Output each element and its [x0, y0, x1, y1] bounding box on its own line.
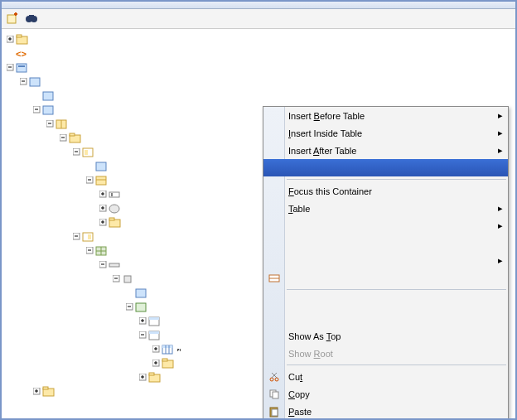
- svg-rect-113: [272, 409, 278, 416]
- svg-rect-77: [149, 317, 159, 320]
- submenu-arrow-icon: ▸: [498, 255, 503, 266]
- menu-rebind[interactable]: [263, 269, 508, 287]
- tree-row-afmessages[interactable]: [31, 89, 515, 103]
- rebind-icon: [267, 273, 282, 284]
- collapse-icon[interactable]: [85, 246, 94, 256]
- expand-icon[interactable]: [31, 387, 41, 397]
- submenu-arrow-icon: ▸: [498, 203, 503, 214]
- svg-rect-69: [136, 289, 146, 297]
- menu-expand-all[interactable]: [263, 292, 508, 310]
- svg-rect-18: [30, 78, 40, 86]
- form-icon: [95, 174, 109, 187]
- menu-hide-component[interactable]: [263, 234, 508, 252]
- menu-cut[interactable]: Cut: [263, 368, 508, 385]
- tree-row-fview[interactable]: [5, 60, 515, 75]
- table-icon: [162, 343, 175, 356]
- menu-collapse-all[interactable]: [263, 310, 508, 327]
- collapse-icon[interactable]: [18, 77, 28, 87]
- expand-icon[interactable]: [98, 218, 108, 228]
- copy-icon: [267, 389, 282, 400]
- binoculars-icon[interactable]: [25, 12, 38, 27]
- submenu-arrow-icon: ▸: [498, 110, 503, 121]
- splitter-icon: [56, 118, 69, 131]
- submenu-arrow-icon: ▸: [498, 128, 503, 138]
- menu-surround-with[interactable]: [263, 159, 508, 176]
- gridcell-icon: [122, 273, 135, 286]
- panelheader-icon: [148, 315, 162, 328]
- collapse-icon[interactable]: [111, 274, 121, 284]
- button-icon: [109, 202, 122, 215]
- tag-icon: [29, 75, 42, 89]
- svg-rect-93: [162, 359, 167, 361]
- svg-rect-68: [124, 276, 131, 282]
- html-icon: <>: [16, 47, 29, 60]
- svg-rect-53: [109, 218, 114, 220]
- tree-label: [177, 349, 181, 350]
- expand-icon[interactable]: [5, 35, 15, 45]
- menu-copy[interactable]: Copy: [263, 385, 508, 403]
- collapse-icon[interactable]: [45, 119, 55, 129]
- menu-facets-table[interactable]: ▸: [263, 217, 508, 234]
- svg-rect-22: [43, 106, 53, 114]
- window-titlebar: [2, 2, 515, 9]
- svg-rect-30: [70, 133, 75, 136]
- tree-row-afdocument[interactable]: [18, 75, 515, 89]
- expand-icon[interactable]: [151, 345, 161, 355]
- menu-show-as-top[interactable]: Show As Top: [263, 327, 508, 345]
- group-icon: [135, 301, 148, 314]
- collapse-icon[interactable]: [98, 260, 108, 270]
- collapse-icon[interactable]: [138, 331, 147, 340]
- collapse-icon[interactable]: [58, 133, 68, 143]
- collapse-icon[interactable]: [71, 147, 81, 157]
- folder-icon: [109, 216, 122, 229]
- folder-icon: [42, 385, 56, 398]
- menu-show-root: Show Root: [263, 345, 508, 362]
- menu-paste[interactable]: Paste: [263, 403, 508, 420]
- svg-point-106: [270, 378, 273, 381]
- gridrow-icon: [109, 258, 122, 272]
- svg-rect-35: [96, 162, 106, 171]
- tag-icon: [95, 160, 109, 173]
- menu-separator: [287, 289, 506, 290]
- collapse-icon[interactable]: [124, 302, 134, 312]
- new-node-icon[interactable]: [6, 12, 19, 27]
- folder-icon: [162, 357, 175, 370]
- svg-rect-57: [88, 234, 91, 239]
- folder-icon: [69, 132, 82, 145]
- svg-rect-5: [29, 15, 34, 17]
- collapse-icon[interactable]: [85, 176, 94, 186]
- panelheader-icon: [148, 329, 162, 342]
- menu-insert-after[interactable]: Insert After Table ▸: [263, 142, 508, 159]
- tree-row-issues[interactable]: [5, 32, 515, 46]
- folder-icon: [148, 371, 162, 384]
- menu-insert-before[interactable]: Insert Before Table ▸: [263, 107, 508, 124]
- svg-rect-103: [43, 387, 48, 389]
- tag-icon: [42, 89, 56, 103]
- expand-icon[interactable]: [151, 359, 161, 369]
- menu-focus-container[interactable]: Focus this Container: [263, 182, 508, 200]
- svg-point-107: [275, 378, 278, 381]
- expand-icon[interactable]: [138, 373, 147, 383]
- cut-icon: [267, 371, 282, 383]
- svg-rect-43: [109, 192, 119, 197]
- menu-table[interactable]: Table ▸: [263, 200, 508, 217]
- tree-row-html[interactable]: <>: [5, 46, 515, 60]
- collapse-icon[interactable]: [31, 105, 41, 115]
- menu-refactor[interactable]: ▸: [263, 252, 508, 269]
- svg-rect-14: [17, 64, 27, 72]
- svg-rect-19: [43, 92, 53, 100]
- context-menu: Insert Before Table ▸ Insert Inside Tabl…: [263, 106, 509, 420]
- expand-icon[interactable]: [98, 204, 108, 214]
- svg-rect-111: [273, 392, 278, 398]
- svg-rect-38: [96, 176, 106, 185]
- input-icon: [109, 188, 122, 201]
- svg-rect-65: [109, 263, 119, 267]
- collapse-icon[interactable]: [71, 232, 81, 242]
- menu-separator: [287, 364, 506, 365]
- menu-insert-inside[interactable]: Insert Inside Table ▸: [263, 124, 508, 142]
- svg-rect-10: [17, 35, 22, 37]
- tag-icon: [42, 104, 56, 117]
- expand-icon[interactable]: [98, 190, 108, 200]
- collapse-icon[interactable]: [5, 63, 15, 73]
- expand-icon[interactable]: [138, 316, 147, 326]
